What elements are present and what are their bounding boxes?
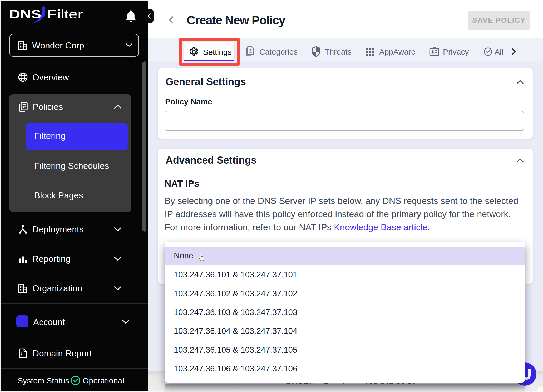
- svg-text:DNS: DNS: [9, 7, 41, 21]
- svg-text:Filter: Filter: [47, 7, 83, 21]
